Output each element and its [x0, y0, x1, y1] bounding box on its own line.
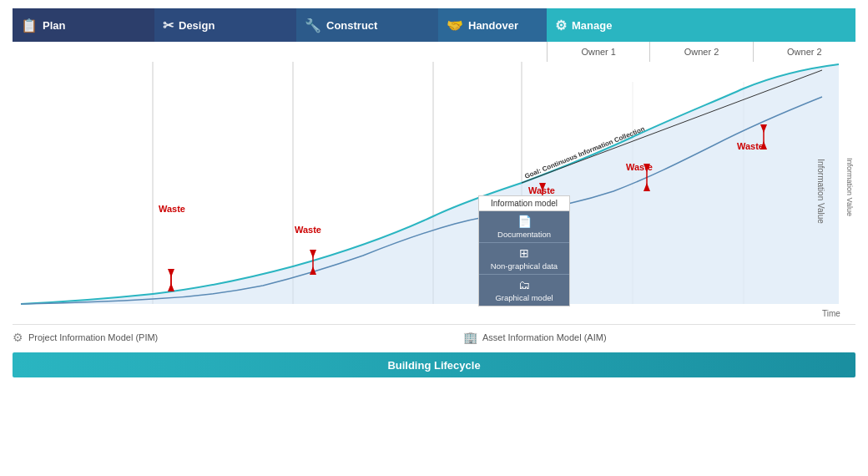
pim-icon: ⚙	[13, 331, 23, 344]
info-model-graphical: 🗂 Graphical model	[479, 275, 569, 306]
graphical-label: Graphical model	[495, 293, 553, 302]
owner-3-label: Owner 2	[753, 42, 855, 62]
manage-icon: ⚙	[555, 18, 567, 33]
waste-label-3: Waste	[528, 185, 555, 195]
plan-icon: 📋	[21, 18, 38, 33]
phase-handover-label: Handover	[468, 19, 518, 32]
documentation-label: Documentation	[497, 230, 551, 239]
waste-label-2: Waste	[295, 225, 321, 235]
svg-marker-9	[168, 283, 174, 291]
construct-icon: 🔧	[305, 18, 321, 33]
waste-label-4: Waste	[626, 162, 653, 172]
chart-area: Information Value Time Goal: Continuous …	[13, 62, 855, 321]
handover-icon: 🤝	[447, 18, 463, 33]
owner-2-label: Owner 2	[649, 42, 752, 62]
waste-label-1: Waste	[159, 204, 185, 214]
svg-marker-11	[310, 250, 316, 258]
nongraphical-label: Non-graphical data	[491, 261, 558, 271]
aim-icon: 🏢	[463, 331, 477, 344]
phase-design-label: Design	[179, 19, 214, 32]
info-value-label: Information Value	[817, 159, 826, 224]
design-icon: ✂	[163, 18, 174, 33]
graphical-icon: 🗂	[518, 278, 530, 291]
legend-pim: ⚙ Project Information Model (PIM)	[13, 331, 463, 344]
phase-manage-label: Manage	[572, 19, 612, 32]
phase-construct: 🔧 Construct	[296, 8, 438, 42]
phase-plan-label: Plan	[43, 19, 65, 32]
phase-construct-label: Construct	[326, 19, 377, 32]
waste-label-5: Waste	[737, 141, 764, 151]
info-model-nongraphical: ⊞ Non-graphical data	[479, 243, 569, 275]
info-model-title: Information model	[479, 196, 569, 211]
nongraphical-icon: ⊞	[519, 246, 529, 260]
phase-manage: ⚙ Manage	[547, 8, 855, 42]
svg-marker-8	[168, 269, 174, 277]
svg-text:Information Value: Information Value	[845, 158, 854, 216]
aim-label: Asset Information Model (AIM)	[482, 332, 607, 342]
lifecycle-label: Building Lifecycle	[387, 359, 480, 372]
phase-bar: 📋 Plan ✂ Design 🔧 Construct 🤝 Handover ⚙…	[13, 8, 855, 42]
chart-svg: Information Value Time Goal: Continuous …	[13, 62, 855, 321]
owner-1-label: Owner 1	[547, 42, 649, 62]
phase-design: ✂ Design	[154, 8, 296, 42]
pim-label: Project Information Model (PIM)	[28, 332, 158, 342]
legend-aim: 🏢 Asset Information Model (AIM)	[463, 331, 855, 344]
documentation-icon: 📄	[517, 215, 532, 228]
svg-text:Time: Time	[822, 309, 840, 318]
phase-plan: 📋 Plan	[13, 8, 154, 42]
lifecycle-arrow	[840, 352, 855, 377]
lifecycle-bar: Building Lifecycle	[13, 352, 855, 377]
phase-handover: 🤝 Handover	[438, 8, 547, 42]
info-model-box: Information model 📄 Documentation ⊞ Non-…	[478, 195, 570, 306]
info-model-documentation: 📄 Documentation	[479, 211, 569, 243]
owner-bar: Owner 1 Owner 2 Owner 2	[13, 42, 855, 62]
legend-bar: ⚙ Project Information Model (PIM) 🏢 Asse…	[13, 324, 855, 349]
